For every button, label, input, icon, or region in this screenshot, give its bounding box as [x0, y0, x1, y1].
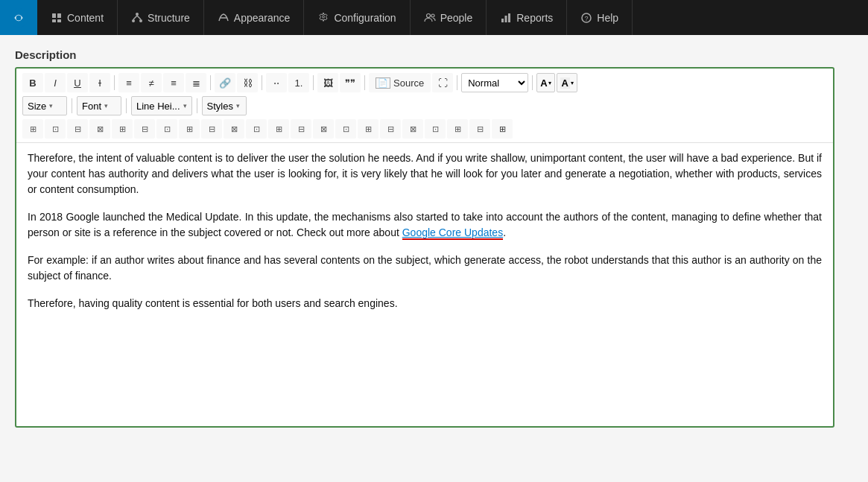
main-content: Description B I U I ≡ ≠ ≡ ≣ 🔗 ⛓ ⋅⋅ 1.: [0, 35, 868, 441]
svg-point-7: [132, 19, 135, 22]
align-left-button[interactable]: ≡: [118, 73, 139, 92]
toolbar-separator-5: [364, 75, 365, 90]
nav-reports[interactable]: Reports: [487, 0, 567, 35]
table-btn-4[interactable]: ⊠: [89, 119, 110, 139]
nav-content[interactable]: Content: [37, 0, 118, 35]
align-center-button[interactable]: ≠: [141, 73, 162, 92]
vsep-2: [126, 98, 127, 113]
bold-button[interactable]: B: [22, 73, 43, 92]
strikethrough-button[interactable]: I: [89, 73, 110, 92]
svg-rect-5: [57, 19, 61, 22]
nav-configuration[interactable]: Configuration: [304, 0, 410, 35]
svg-point-14: [431, 14, 434, 17]
table-btn-12[interactable]: ⊞: [268, 119, 289, 139]
svg-rect-2: [52, 13, 56, 18]
justify-button[interactable]: ≣: [186, 73, 206, 92]
toolbar-row-3: ⊞ ⊡ ⊟ ⊠ ⊞ ⊟ ⊡ ⊞ ⊟ ⊠ ⊡ ⊞ ⊟ ⊠ ⊡ ⊞ ⊟ ⊠ ⊡ ⊞: [22, 119, 827, 142]
underline-button[interactable]: U: [67, 73, 88, 92]
content-para-3: For example: if an author writes about f…: [28, 253, 822, 284]
unlink-button[interactable]: ⛓: [237, 73, 258, 92]
svg-rect-17: [508, 13, 510, 22]
google-core-updates-link[interactable]: Google Core Updates: [402, 226, 503, 240]
table-btn-8[interactable]: ⊞: [179, 119, 200, 139]
styles-dropdown[interactable]: Styles ▾: [202, 96, 247, 115]
svg-rect-16: [505, 16, 507, 22]
nav-people[interactable]: People: [411, 0, 487, 35]
text-color-button[interactable]: A ▾: [536, 73, 554, 92]
nav-help[interactable]: ? Help: [567, 0, 633, 35]
table-btn-13[interactable]: ⊟: [291, 119, 311, 139]
table-btn-2[interactable]: ⊡: [45, 119, 66, 139]
nav-appearance[interactable]: Appearance: [204, 0, 305, 35]
table-btn-10[interactable]: ⊠: [224, 119, 244, 139]
toolbar-row-1: B I U I ≡ ≠ ≡ ≣ 🔗 ⛓ ⋅⋅ 1. 🖼 ❞❞: [22, 73, 827, 96]
toolbar-separator-4: [313, 75, 314, 90]
svg-rect-4: [52, 19, 56, 22]
svg-point-8: [139, 19, 142, 22]
content-para-4: Therefore, having quality content is ess…: [28, 296, 822, 311]
format-select[interactable]: Normal Heading 1 Heading 2 Heading 3: [461, 73, 528, 92]
toolbar-separator-7: [532, 75, 533, 90]
vsep-3: [197, 98, 197, 113]
table-btn-17[interactable]: ⊟: [380, 119, 401, 139]
bg-color-button[interactable]: A ▾: [557, 73, 577, 92]
content-para-1: Therefore, the intent of valuable conten…: [28, 150, 822, 197]
toolbar-separator-2: [210, 75, 211, 90]
section-label: Description: [15, 48, 853, 61]
table-btn-11[interactable]: ⊡: [246, 119, 267, 139]
toolbar-separator: [114, 75, 115, 90]
source-button[interactable]: 📄 Source: [369, 73, 431, 92]
table-btn-19[interactable]: ⊡: [425, 119, 446, 139]
table-btn-15[interactable]: ⊡: [335, 119, 356, 139]
lineheight-dropdown[interactable]: Line Hei... ▾: [131, 96, 192, 115]
table-btn-20[interactable]: ⊞: [447, 119, 468, 139]
editor-toolbar: B I U I ≡ ≠ ≡ ≣ 🔗 ⛓ ⋅⋅ 1. 🖼 ❞❞: [16, 69, 833, 143]
align-right-button[interactable]: ≡: [163, 73, 184, 92]
size-dropdown[interactable]: Size ▾: [22, 96, 67, 115]
table-btn-22[interactable]: ⊞: [492, 119, 513, 139]
svg-point-1: [16, 15, 22, 20]
nav-structure[interactable]: Structure: [118, 0, 204, 35]
italic-button[interactable]: I: [45, 73, 66, 92]
table-btn-21[interactable]: ⊟: [469, 119, 490, 139]
table-btn-5[interactable]: ⊞: [112, 119, 133, 139]
table-insert-button[interactable]: ⊞: [22, 119, 43, 139]
toolbar-row-2: Size ▾ Font ▾ Line Hei... ▾ Styles ▾: [22, 96, 827, 119]
fullscreen-button[interactable]: ⛶: [432, 73, 453, 92]
table-btn-18[interactable]: ⊠: [402, 119, 423, 139]
rich-text-editor: B I U I ≡ ≠ ≡ ≣ 🔗 ⛓ ⋅⋅ 1. 🖼 ❞❞: [15, 67, 834, 428]
table-btn-6[interactable]: ⊟: [134, 119, 155, 139]
link-button[interactable]: 🔗: [215, 73, 235, 92]
svg-point-13: [426, 13, 430, 17]
svg-line-9: [133, 16, 137, 19]
svg-rect-3: [57, 13, 61, 18]
svg-text:?: ?: [585, 15, 589, 22]
site-logo[interactable]: [0, 0, 37, 35]
svg-rect-15: [501, 19, 504, 22]
ordered-list-button[interactable]: 1.: [288, 73, 309, 92]
quote-button[interactable]: ❞❞: [340, 73, 361, 92]
svg-point-6: [136, 13, 139, 16]
toolbar-separator-3: [262, 75, 262, 90]
image-button[interactable]: 🖼: [317, 73, 338, 92]
toolbar-separator-6: [457, 75, 457, 90]
unordered-list-button[interactable]: ⋅⋅: [266, 73, 287, 92]
top-navigation: Content Structure Appearance Configurati…: [0, 0, 868, 35]
font-dropdown[interactable]: Font ▾: [77, 96, 121, 115]
table-btn-9[interactable]: ⊟: [201, 119, 222, 139]
table-btn-14[interactable]: ⊠: [313, 119, 334, 139]
table-btn-7[interactable]: ⊡: [156, 119, 177, 139]
content-para-2: In 2018 Google launched the Medical Upda…: [28, 209, 822, 241]
table-btn-16[interactable]: ⊞: [358, 119, 378, 139]
svg-point-12: [323, 16, 325, 18]
editor-content-area[interactable]: Therefore, the intent of valuable conten…: [16, 143, 833, 426]
table-btn-3[interactable]: ⊟: [67, 119, 88, 139]
vsep-1: [72, 98, 72, 113]
svg-line-10: [137, 16, 141, 19]
